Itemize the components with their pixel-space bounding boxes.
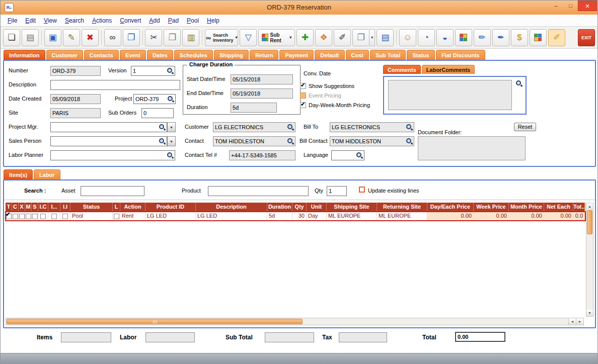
- duration-input[interactable]: [231, 103, 277, 113]
- search-icon[interactable]: [406, 124, 413, 131]
- scroll-left-button[interactable]: ◄: [568, 318, 576, 325]
- tab-comments[interactable]: Comments: [383, 65, 421, 74]
- col-header-product-id[interactable]: Product ID: [145, 203, 196, 212]
- menu-item-view[interactable]: View: [40, 16, 61, 25]
- tab-default[interactable]: Default: [315, 50, 344, 60]
- cube-button[interactable]: [455, 29, 472, 46]
- x-checkbox[interactable]: [19, 214, 25, 219]
- project-mgr-dropdown-button[interactable]: ▼: [167, 122, 176, 132]
- tab-status[interactable]: Status: [407, 50, 435, 60]
- c-checkbox[interactable]: [13, 214, 18, 219]
- print-preview-button[interactable]: ▤: [377, 29, 394, 46]
- col-header-unit[interactable]: Unit: [307, 203, 327, 212]
- col-header-net-each[interactable]: Net Each: [544, 203, 573, 212]
- history-button[interactable]: ◔: [418, 29, 435, 46]
- tab-shipping[interactable]: Shipping: [214, 50, 249, 60]
- item-row[interactable]: Pool Rent LG LED LG LED 5d 30 Day ML EUR…: [6, 212, 585, 221]
- search-icon[interactable]: [287, 138, 294, 145]
- reset-button[interactable]: Reset: [514, 123, 536, 131]
- delete-button[interactable]: ✖: [82, 29, 99, 46]
- description-input[interactable]: [50, 80, 180, 90]
- col-header-returning-site[interactable]: Returning Site: [377, 203, 427, 212]
- col-header-l[interactable]: L: [113, 203, 120, 212]
- bill-to-input[interactable]: [330, 122, 414, 132]
- tab-schedules[interactable]: Schedules: [174, 50, 213, 60]
- tab-payment[interactable]: Payment: [279, 50, 314, 60]
- i2-checkbox[interactable]: [51, 214, 57, 219]
- col-header-description[interactable]: Description: [196, 203, 267, 212]
- search-document-button[interactable]: ❐: [123, 29, 140, 46]
- tax-input[interactable]: [339, 332, 387, 342]
- site-input[interactable]: [50, 108, 101, 118]
- scroll-down-button[interactable]: ▼: [586, 310, 593, 316]
- tab-contacts[interactable]: Contacts: [84, 50, 119, 60]
- modules-button[interactable]: [530, 29, 547, 46]
- col-header-duration[interactable]: Duration: [267, 203, 292, 212]
- ii-checkbox[interactable]: [62, 214, 68, 219]
- start-date-input[interactable]: [231, 74, 293, 84]
- menu-item-file[interactable]: File: [4, 16, 21, 25]
- items-total-input[interactable]: [61, 332, 111, 342]
- menu-item-pool[interactable]: Pool: [183, 16, 203, 25]
- tab-labor-comments[interactable]: LaborComments: [422, 65, 475, 74]
- chevron-down-icon[interactable]: ▾: [236, 35, 238, 40]
- tab-cost[interactable]: Cost: [346, 50, 369, 60]
- search-icon[interactable]: [406, 138, 413, 145]
- contact-tel-input[interactable]: [229, 150, 295, 160]
- scroll-right-button[interactable]: ►: [576, 318, 583, 325]
- project-mgr-input[interactable]: [50, 122, 167, 132]
- contact-input[interactable]: [213, 136, 295, 146]
- sales-person-input[interactable]: [50, 136, 167, 146]
- vscroll-thumb[interactable]: [587, 210, 592, 234]
- qty-input[interactable]: [327, 186, 347, 196]
- menu-item-search[interactable]: Search: [61, 16, 88, 25]
- menu-item-edit[interactable]: Edit: [21, 16, 40, 25]
- edit-button[interactable]: ✎: [63, 29, 80, 46]
- menu-item-help[interactable]: Help: [203, 16, 223, 25]
- minimize-button[interactable]: –: [549, 1, 563, 11]
- end-date-input[interactable]: [231, 88, 293, 99]
- asset-input[interactable]: [81, 186, 144, 196]
- items-vscrollbar[interactable]: ▲ ▼: [586, 203, 593, 317]
- col-header-qty[interactable]: Qty: [292, 203, 307, 212]
- find-button[interactable]: ∞: [104, 29, 121, 46]
- col-header-ic[interactable]: I.C: [38, 203, 48, 212]
- search-icon[interactable]: [167, 152, 174, 159]
- tab-event[interactable]: Event: [120, 50, 146, 60]
- col-header-i2[interactable]: I...: [48, 203, 60, 212]
- maximize-button[interactable]: □: [563, 1, 578, 11]
- filter-button[interactable]: ▽: [240, 29, 257, 46]
- tab-dates[interactable]: Dates: [147, 50, 173, 60]
- col-header-tot[interactable]: Tot...: [573, 203, 584, 212]
- l-checkbox[interactable]: [114, 214, 119, 219]
- copy-button[interactable]: ❐: [164, 29, 181, 46]
- ic-checkbox[interactable]: [40, 214, 46, 219]
- scroll-up-button[interactable]: ▲: [586, 203, 593, 210]
- event-pricing-checkbox[interactable]: [300, 93, 306, 99]
- search-icon[interactable]: [287, 124, 294, 131]
- smiley-button[interactable]: ☺: [399, 29, 416, 46]
- search-icon[interactable]: [515, 80, 522, 87]
- search-icon[interactable]: [167, 67, 174, 74]
- labor-total-input[interactable]: [145, 332, 195, 342]
- kit-button[interactable]: ❖: [315, 29, 332, 46]
- tab-customer[interactable]: Customer: [46, 50, 83, 60]
- col-header-week-price[interactable]: Week Price: [474, 203, 509, 212]
- search-icon[interactable]: [159, 124, 166, 131]
- hscroll-thumb[interactable]: [7, 319, 303, 324]
- col-header-action[interactable]: Action: [120, 203, 145, 212]
- col-header-shipping-site[interactable]: Shipping Site: [327, 203, 377, 212]
- day-week-month-checkbox[interactable]: [300, 102, 306, 108]
- sales-person-dropdown-button[interactable]: ▼: [167, 136, 176, 146]
- tab-return[interactable]: Return: [250, 50, 278, 60]
- bill-contact-input[interactable]: [330, 136, 414, 146]
- items-hscrollbar[interactable]: ◄ ►: [6, 318, 584, 325]
- paste-button[interactable]: ▥: [182, 29, 199, 46]
- edit-document-button[interactable]: ✏: [474, 29, 491, 46]
- print-button[interactable]: ▤: [22, 29, 39, 46]
- product-input[interactable]: [208, 186, 309, 196]
- date-created-input[interactable]: [50, 94, 101, 104]
- close-button[interactable]: ✕: [578, 1, 597, 11]
- export-button[interactable]: ◒: [436, 29, 454, 46]
- col-header-ii[interactable]: I.I: [60, 203, 70, 212]
